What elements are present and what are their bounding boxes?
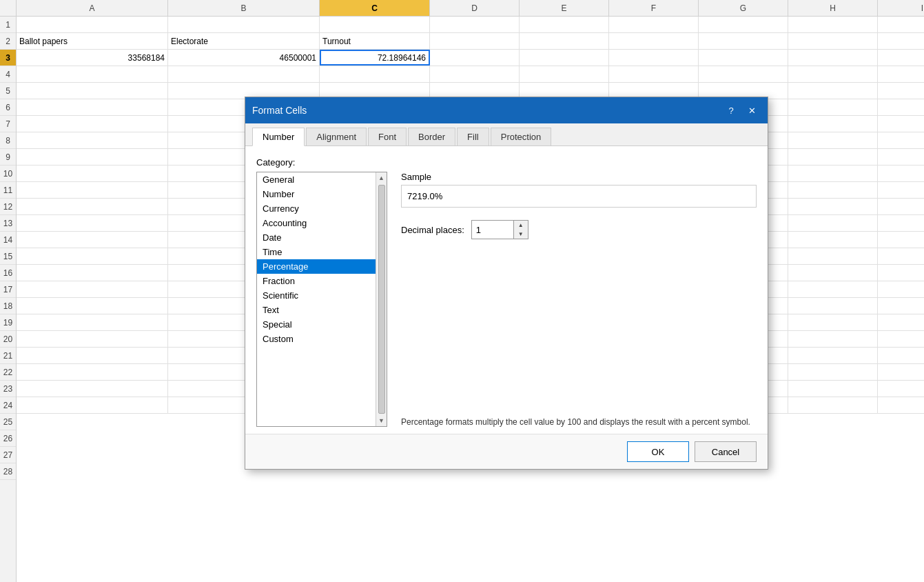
decimal-input-wrap: ▲ ▼ — [471, 220, 528, 239]
cell-h3[interactable] — [788, 50, 878, 66]
cell-e1[interactable] — [520, 17, 609, 32]
tab-fill[interactable]: Fill — [457, 128, 489, 146]
cell-c4[interactable] — [320, 66, 430, 82]
spin-down-button[interactable]: ▼ — [514, 230, 528, 239]
cell-f4[interactable] — [609, 66, 699, 82]
cell-d1[interactable] — [430, 17, 520, 32]
list-item[interactable]: Time — [257, 245, 387, 259]
list-item[interactable]: Accounting — [257, 216, 387, 230]
row-header-6: 6 — [0, 99, 16, 116]
cancel-button[interactable]: Cancel — [695, 441, 757, 462]
list-item[interactable]: Special — [257, 317, 387, 332]
row-header-24: 24 — [0, 397, 16, 414]
cell-h4[interactable] — [788, 66, 878, 82]
scroll-thumb[interactable] — [378, 185, 385, 414]
cell-c2[interactable]: Turnout — [320, 33, 430, 49]
col-header-h[interactable]: H — [788, 0, 878, 16]
list-item[interactable]: General — [257, 172, 387, 187]
col-headers: A B C D E F G H I J — [0, 0, 924, 17]
cell-b3[interactable]: 46500001 — [168, 50, 320, 66]
cell-c1[interactable] — [320, 17, 430, 32]
row-header-20: 20 — [0, 331, 16, 348]
tab-protection[interactable]: Protection — [491, 128, 552, 146]
list-item[interactable]: Number — [257, 187, 387, 201]
cell-g3[interactable] — [699, 50, 788, 66]
spreadsheet: A B C D E F G H I J 1 2 3 4 5 6 7 8 9 10… — [0, 0, 924, 582]
row-header-14: 14 — [0, 232, 16, 248]
table-row — [17, 17, 924, 33]
cell-f2[interactable] — [609, 33, 699, 49]
dialog-close-button[interactable]: ✕ — [743, 103, 761, 118]
col-header-d[interactable]: D — [430, 0, 520, 16]
cell-f3[interactable] — [609, 50, 699, 66]
cell-d4[interactable] — [430, 66, 520, 82]
tab-alignment[interactable]: Alignment — [306, 128, 367, 146]
col-header-e[interactable]: E — [520, 0, 609, 16]
row-header-13: 13 — [0, 215, 16, 232]
list-item[interactable]: Scientific — [257, 288, 387, 303]
dialog-footer: OK Cancel — [245, 434, 768, 469]
cell-g4[interactable] — [699, 66, 788, 82]
category-scrollbar[interactable]: ▲ ▼ — [376, 172, 387, 426]
cell-i2[interactable] — [878, 33, 924, 49]
cell-e4[interactable] — [520, 66, 609, 82]
cell-h1[interactable] — [788, 17, 878, 32]
list-item[interactable]: Custom — [257, 332, 387, 346]
list-item[interactable]: Fraction — [257, 274, 387, 288]
row-header-16: 16 — [0, 265, 16, 281]
list-item[interactable]: Text — [257, 303, 387, 317]
format-cells-dialog: Format Cells ? ✕ Number Alignment Font B… — [245, 97, 768, 470]
cell-g2[interactable] — [699, 33, 788, 49]
row-header-7: 7 — [0, 116, 16, 132]
row-header-4: 4 — [0, 66, 16, 83]
cell-e2[interactable] — [520, 33, 609, 49]
dialog-tabs: Number Alignment Font Border Fill Protec… — [245, 123, 768, 146]
list-item-percentage[interactable]: Percentage — [257, 259, 387, 274]
cell-a2[interactable]: Ballot papers — [17, 33, 168, 49]
cell-c3[interactable]: 72.18964146 — [320, 50, 430, 66]
list-item[interactable]: Date — [257, 230, 387, 245]
cell-b2[interactable]: Electorate — [168, 33, 320, 49]
tab-font[interactable]: Font — [368, 128, 407, 146]
list-item[interactable]: Currency — [257, 201, 387, 216]
row-header-25: 25 — [0, 414, 16, 430]
cell-b4[interactable] — [168, 66, 320, 82]
dialog-help-button[interactable]: ? — [722, 103, 740, 118]
cell-a1[interactable] — [17, 17, 168, 32]
tab-number[interactable]: Number — [252, 128, 305, 146]
row-header-19: 19 — [0, 314, 16, 331]
spin-buttons: ▲ ▼ — [513, 221, 528, 239]
row-header-22: 22 — [0, 364, 16, 381]
tab-border[interactable]: Border — [408, 128, 455, 146]
scroll-down-arrow[interactable]: ▼ — [376, 415, 387, 426]
cell-i1[interactable] — [878, 17, 924, 32]
cell-d2[interactable] — [430, 33, 520, 49]
cell-h2[interactable] — [788, 33, 878, 49]
cell-e3[interactable] — [520, 50, 609, 66]
cell-b1[interactable] — [168, 17, 320, 32]
col-header-f[interactable]: F — [609, 0, 699, 16]
cell-a3[interactable]: 33568184 — [17, 50, 168, 66]
row-header-3: 3 — [0, 50, 16, 66]
ok-button[interactable]: OK — [627, 441, 689, 462]
col-header-b[interactable]: B — [168, 0, 320, 16]
spin-up-button[interactable]: ▲ — [514, 221, 528, 230]
row-header-10: 10 — [0, 165, 16, 182]
cell-i4[interactable] — [878, 66, 924, 82]
corner-cell — [0, 0, 17, 16]
dialog-title: Format Cells — [252, 105, 722, 116]
sample-box: 7219.0% — [401, 185, 757, 208]
scroll-up-arrow[interactable]: ▲ — [376, 172, 387, 183]
col-header-i[interactable]: I — [878, 0, 924, 16]
row-header-15: 15 — [0, 248, 16, 265]
decimal-places-input[interactable] — [472, 221, 513, 239]
cell-d3[interactable] — [430, 50, 520, 66]
col-header-c[interactable]: C — [320, 0, 430, 16]
cell-i3[interactable] — [878, 50, 924, 66]
col-header-a[interactable]: A — [17, 0, 168, 16]
cell-f1[interactable] — [609, 17, 699, 32]
col-header-g[interactable]: G — [699, 0, 788, 16]
category-list: General Number Currency Accounting Date … — [257, 172, 387, 426]
cell-a4[interactable] — [17, 66, 168, 82]
cell-g1[interactable] — [699, 17, 788, 32]
